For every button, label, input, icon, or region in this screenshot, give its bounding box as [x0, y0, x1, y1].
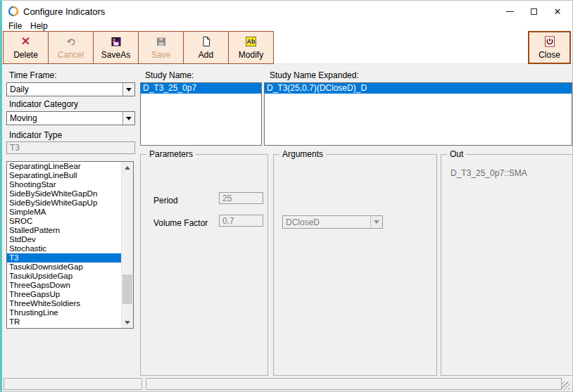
- indicator-category-select[interactable]: Moving: [6, 111, 135, 125]
- chevron-down-icon: [374, 220, 379, 224]
- cancel-label: Cancel: [58, 50, 84, 60]
- scroll-up-button[interactable]: [122, 162, 133, 173]
- list-item[interactable]: ThreeGapsDown: [7, 281, 121, 290]
- indicator-category-value: Moving: [7, 113, 122, 123]
- list-item[interactable]: StdDev: [7, 235, 121, 244]
- svg-text:2: 2: [113, 38, 115, 43]
- configure-indicators-window: Configure Indicators ✕ File Help ✕ Delet…: [0, 0, 573, 392]
- new-page-icon: [201, 36, 212, 48]
- list-item[interactable]: Stochastic: [7, 244, 121, 253]
- arguments-group-title: Arguments: [279, 149, 326, 159]
- save-as-button[interactable]: 2 SaveAs: [93, 31, 139, 64]
- time-frame-value: Daily: [7, 84, 122, 94]
- study-name-expanded-list: D_T3(25,0.7)(DCloseD)_D: [264, 82, 572, 146]
- scroll-up-icon: [125, 166, 130, 170]
- time-frame-label: Time Frame:: [9, 70, 57, 80]
- list-item[interactable]: SeparatingLineBull: [7, 171, 121, 180]
- status-bar: [2, 378, 572, 392]
- list-item[interactable]: SROC: [7, 217, 121, 226]
- close-label: Close: [539, 50, 560, 60]
- parameters-group-title: Parameters: [146, 149, 196, 159]
- window-title: Configure Indicators: [23, 6, 105, 17]
- chevron-down-icon: [126, 88, 132, 91]
- list-item[interactable]: TasukiDownsideGap: [7, 263, 121, 272]
- indicator-category-label: Indicator Category: [9, 99, 78, 109]
- study-name-label: Study Name:: [145, 70, 194, 80]
- period-field: 25: [219, 192, 263, 204]
- list-item[interactable]: TasukiUpsideGap: [7, 272, 121, 281]
- delete-button[interactable]: ✕ Delete: [3, 31, 49, 64]
- resize-grip-icon[interactable]: [561, 381, 570, 391]
- minimize-button[interactable]: [498, 1, 522, 22]
- list-item[interactable]: ThreeWhiteSoldiers: [7, 299, 121, 308]
- add-button[interactable]: Add: [183, 31, 229, 64]
- undo-arrow-icon: [65, 36, 77, 48]
- menu-bar: File Help: [2, 20, 572, 31]
- status-panel-left: [4, 378, 142, 390]
- menu-help[interactable]: Help: [27, 20, 51, 32]
- power-icon: [544, 36, 555, 48]
- arguments-input-value: DCloseD: [283, 217, 370, 227]
- list-item[interactable]: ThreeGapsUp: [7, 290, 121, 299]
- window-controls: ✕: [498, 1, 569, 22]
- save-label: Save: [151, 50, 170, 60]
- indicator-category-dropdown-button[interactable]: [122, 112, 134, 125]
- add-label: Add: [199, 50, 213, 60]
- time-frame-dropdown-button[interactable]: [122, 83, 134, 96]
- modify-ab-icon: Ab: [246, 36, 256, 48]
- time-frame-select[interactable]: Daily: [6, 82, 135, 96]
- toolbar: ✕ Delete Cancel 2 SaveAs: [2, 31, 572, 64]
- scroll-down-icon: [125, 321, 130, 324]
- minimize-icon: [506, 11, 514, 12]
- volume-factor-label: Volume Factor: [153, 218, 208, 228]
- cancel-button[interactable]: Cancel: [48, 31, 94, 64]
- arguments-input-select: DCloseD: [282, 215, 383, 229]
- list-item[interactable]: SideBySideWhiteGapUp: [7, 198, 121, 208]
- scrollbar-thumb[interactable]: [122, 274, 132, 304]
- out-value: D_T3_25_0p7::SMA: [451, 168, 527, 178]
- list-item[interactable]: SideBySideWhiteGapDn: [7, 189, 121, 198]
- list-item[interactable]: SimpleMA: [7, 208, 121, 217]
- save-button[interactable]: Save: [138, 31, 184, 64]
- scroll-down-button[interactable]: [122, 317, 133, 328]
- list-item[interactable]: T3: [7, 253, 121, 263]
- maximize-icon: [531, 8, 537, 15]
- status-panel-right: [146, 378, 562, 390]
- delete-x-icon: ✕: [21, 36, 30, 48]
- parameters-group: Parameters: [140, 154, 268, 376]
- out-group: Out: [441, 154, 573, 376]
- list-item[interactable]: StalledPattern: [7, 226, 121, 235]
- volume-factor-field: 0.7: [219, 215, 263, 227]
- close-icon: ✕: [554, 7, 562, 16]
- close-window-button[interactable]: ✕: [546, 1, 569, 22]
- study-name-list: D_T3_25_0p7: [140, 82, 262, 146]
- indicator-type-list: SeparatingLineBearSeparatingLineBullShoo…: [6, 161, 134, 329]
- close-button[interactable]: Close: [528, 31, 571, 64]
- indicator-type-field: T3: [6, 141, 135, 154]
- list-item[interactable]: SeparatingLineBear: [7, 162, 121, 171]
- title-bar: Configure Indicators ✕: [2, 1, 572, 22]
- study-name-expanded-label: Study Name Expanded:: [270, 70, 359, 80]
- indicator-type-label: Indicator Type: [9, 130, 62, 140]
- list-item[interactable]: ShootingStar: [7, 180, 121, 189]
- indicator-list-scrollbar[interactable]: [121, 162, 133, 328]
- modify-label: Modify: [239, 50, 263, 60]
- study-name-expanded-selected-row[interactable]: D_T3(25,0.7)(DCloseD)_D: [265, 83, 572, 94]
- save-as-label: SaveAs: [101, 50, 130, 60]
- save-floppy-icon: [156, 36, 167, 48]
- modify-button[interactable]: Ab Modify: [228, 31, 274, 64]
- delete-label: Delete: [13, 50, 38, 60]
- study-name-selected-row[interactable]: D_T3_25_0p7: [141, 83, 261, 94]
- chevron-down-icon: [126, 117, 132, 120]
- list-item[interactable]: ThrustingLine: [7, 308, 121, 317]
- period-label: Period: [153, 196, 178, 206]
- arguments-group: Arguments: [273, 154, 437, 376]
- list-item[interactable]: TR: [7, 317, 121, 327]
- menu-file[interactable]: File: [6, 20, 25, 32]
- maximize-button[interactable]: [522, 1, 546, 22]
- app-logo-icon: [8, 6, 19, 17]
- out-group-title: Out: [447, 149, 466, 159]
- save-as-floppy-icon: 2: [111, 36, 122, 48]
- arguments-dropdown-button: [370, 216, 382, 228]
